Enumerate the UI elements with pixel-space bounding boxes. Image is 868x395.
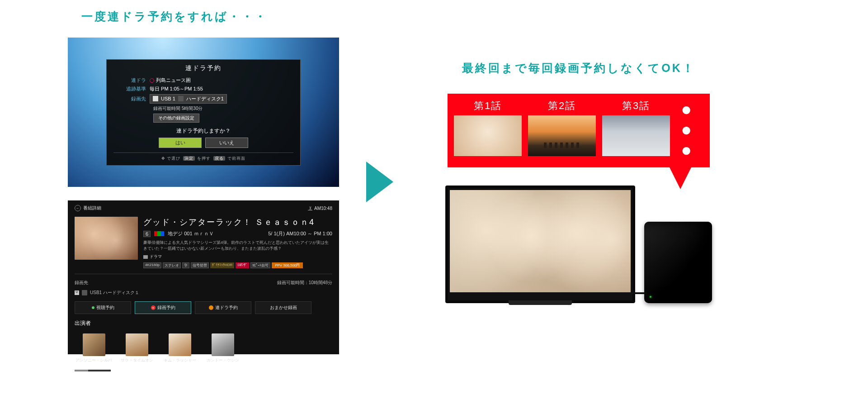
back-icon[interactable]: ← bbox=[75, 205, 81, 211]
program-value: 列島ニュース囲 bbox=[150, 77, 191, 84]
cast-item[interactable]: キム・ラッシャー bbox=[160, 333, 199, 363]
criteria-value: 毎日 PM 1:05～PM 1:55 bbox=[150, 86, 203, 92]
genre-label: ドラマ bbox=[150, 254, 162, 260]
cast-item[interactable]: サラ・タイムオン bbox=[118, 333, 156, 363]
record-reserve-button[interactable]: ● 録画予約 bbox=[135, 301, 191, 314]
episode-3: 第3話 bbox=[602, 99, 670, 156]
detail-heading: 番組詳細 bbox=[83, 205, 101, 211]
clock: AM10:48 bbox=[308, 206, 332, 211]
cast-photo bbox=[169, 333, 191, 356]
watch-reserve-button[interactable]: 視聴予約 bbox=[75, 301, 131, 314]
episode-label: 第2話 bbox=[548, 99, 576, 113]
badge-signal: 信号切替 bbox=[191, 262, 209, 268]
episode-2: 第2話 bbox=[528, 99, 596, 156]
cast-label: 出演者 bbox=[75, 319, 332, 327]
check-icon bbox=[92, 306, 94, 309]
channel-logo-icon bbox=[154, 231, 164, 236]
cast-name: アンソニー・シルバ bbox=[75, 357, 112, 363]
dest-selector[interactable]: USB 1 ハードディスク1 bbox=[150, 94, 227, 104]
right-caption: 最終回まで毎回録画予約しなくてOK！ bbox=[462, 61, 695, 76]
tv-and-hdd bbox=[445, 186, 712, 303]
cast-photo bbox=[126, 333, 148, 356]
series-reserve-button[interactable]: 連ドラ予約 bbox=[195, 301, 251, 314]
detail-dest-value: USB1 ハードディスク１ bbox=[90, 290, 139, 296]
cast-name: サラ・タイムオン bbox=[121, 357, 153, 363]
tv-screen bbox=[450, 190, 631, 292]
program-title: グッド・シアターラック！ Ｓｅａｓｏｎ4 bbox=[143, 217, 332, 228]
record-dot-icon bbox=[150, 78, 154, 83]
series-reserve-screenshot: 連ドラ予約 連ドラ 列島ニュース囲 追跡基準 毎日 PM 1:05～PM 1:5… bbox=[68, 38, 339, 187]
badge-caption: 字 bbox=[182, 262, 189, 268]
badge-4k: 4K2160p bbox=[143, 262, 161, 268]
cast-scrollbar[interactable] bbox=[75, 370, 111, 371]
detail-dest-label: 録画先 bbox=[75, 280, 88, 286]
other-settings-button[interactable]: その他の録画設定 bbox=[153, 114, 199, 123]
cast-photo bbox=[212, 333, 234, 356]
program-label: 連ドラ bbox=[113, 77, 150, 84]
channel-number: 6 bbox=[143, 231, 151, 237]
badge-copy: ｺﾋﾟｰﾄ自可 bbox=[250, 262, 270, 268]
program-thumbnail bbox=[75, 217, 138, 260]
episode-thumbnail bbox=[602, 115, 670, 156]
tv-illustration bbox=[445, 186, 635, 303]
arrow-right-icon bbox=[366, 162, 393, 202]
cast-row: アンソニー・シルバ サラ・タイムオン キム・ラッシャー カンドー・ケシン bbox=[75, 333, 332, 363]
no-button[interactable]: いいえ bbox=[205, 138, 248, 148]
cast-photo bbox=[83, 333, 105, 356]
episodes-more-icon: ● ● ● bbox=[681, 99, 703, 160]
decide-key: 決定 bbox=[183, 156, 195, 161]
back-key: 戻る bbox=[213, 156, 225, 161]
dialog-hints: ✥ で選び 決定 を押す 戻る で前画面 bbox=[113, 152, 293, 162]
program-description: 豪華俳優陣による大人気ドラマシリーズ第4弾。前作のラストで死んだと思われていたア… bbox=[143, 240, 332, 251]
dialog-title: 連ドラ予約 bbox=[113, 64, 293, 72]
usb-icon: Ψ bbox=[75, 290, 79, 295]
record-icon: ● bbox=[151, 305, 156, 310]
cast-name: キム・ラッシャー bbox=[164, 357, 196, 363]
cast-name: カンドー・ケシン bbox=[207, 357, 239, 363]
episode-label: 第3話 bbox=[622, 99, 650, 113]
antenna-icon bbox=[308, 206, 312, 210]
usb-icon bbox=[153, 96, 158, 101]
left-caption: 一度連ドラ予約をすれば・・・ bbox=[81, 9, 339, 24]
tv-stand bbox=[509, 300, 572, 305]
program-datetime: 5/ 1(月) AM10:00 ～ PM 1:00 bbox=[268, 230, 332, 237]
cable-icon bbox=[622, 292, 644, 294]
dest-usb: USB 1 bbox=[161, 96, 175, 101]
episode-thumbnail bbox=[528, 115, 596, 156]
dest-label: 録画先 bbox=[113, 95, 150, 102]
detail-remaining: 録画可能時間：10時間48分 bbox=[277, 280, 332, 286]
badge-dong: Dｵﾝｸﾞ bbox=[236, 262, 249, 268]
episode-label: 第1話 bbox=[474, 99, 502, 113]
series-icon bbox=[209, 305, 213, 310]
yes-button[interactable]: はい bbox=[159, 138, 202, 148]
dpad-icon: ✥ bbox=[161, 156, 165, 161]
badge-hdr: ﾀﾞｲﾅﾐｯｸHDR bbox=[210, 262, 234, 268]
criteria-label: 追跡基準 bbox=[113, 86, 150, 92]
hdd-icon bbox=[82, 290, 87, 295]
badge-ppv: PPV 500,500円 bbox=[272, 262, 303, 268]
episodes-bubble: 第1話 第2話 第3話 ● ● ● bbox=[448, 94, 710, 167]
series-reserve-dialog: 連ドラ予約 連ドラ 列島ニュース囲 追跡基準 毎日 PM 1:05～PM 1:5… bbox=[106, 59, 301, 166]
auto-record-button[interactable]: おまかせ録画 bbox=[255, 301, 311, 314]
program-detail-screenshot: ← 番組詳細 AM10:48 グッド・シアターラック！ Ｓｅａｓｏｎ4 6 地デ… bbox=[68, 200, 339, 354]
remaining-time: 録画可能時間 5時間30分 bbox=[153, 105, 293, 112]
confirm-question: 連ドラ予約しますか？ bbox=[113, 127, 293, 135]
badge-stereo: ステレオ bbox=[163, 262, 181, 268]
genre-icon bbox=[143, 255, 148, 259]
hdd-icon bbox=[178, 96, 184, 101]
channel-name: 地デジ 001 ｍｒｎＶ bbox=[168, 230, 213, 237]
cast-item[interactable]: アンソニー・シルバ bbox=[75, 333, 113, 363]
episode-thumbnail bbox=[454, 115, 522, 156]
hdd-illustration bbox=[644, 222, 712, 303]
cast-item[interactable]: カンドー・ケシン bbox=[203, 333, 242, 363]
dest-disk: ハードディスク1 bbox=[186, 95, 224, 102]
episode-1: 第1話 bbox=[454, 99, 522, 156]
